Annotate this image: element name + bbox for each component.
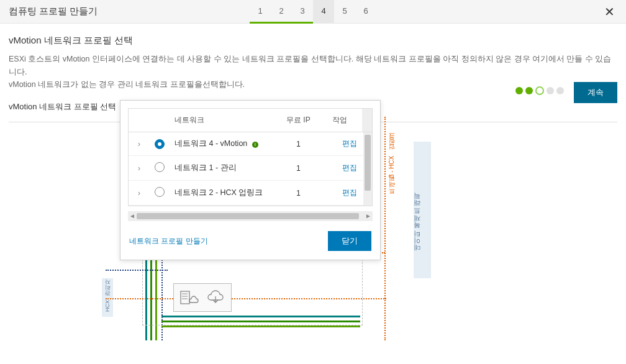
dot-current [535, 86, 544, 95]
table-body: › 네트워크 4 - vMotion i 1 편집 › 네트워크 1 - 관리 … [129, 132, 372, 206]
diagram-line [161, 316, 360, 317]
dropdown-footer: 네트워크 프로필 만들기 닫기 [120, 227, 380, 260]
server-cloud-icon [180, 289, 199, 306]
col-ip-header[interactable]: 무료 IP [281, 109, 327, 132]
row-radio[interactable] [155, 162, 165, 172]
dot-pending [556, 87, 564, 94]
col-action-header[interactable]: 작업 [327, 109, 362, 132]
dot-pending [547, 87, 554, 94]
step-3[interactable]: 3 [292, 0, 313, 24]
table-row: › 네트워크 1 - 관리 1 편집 [129, 156, 372, 181]
wizard-title: 컴퓨팅 프로필 만들기 [9, 6, 98, 17]
table-row: › 네트워크 4 - vMotion i 1 편집 [129, 132, 372, 156]
edit-link[interactable]: 편집 [342, 139, 357, 148]
step-1[interactable]: 1 [250, 0, 271, 24]
row-ip: 1 [291, 134, 337, 155]
dot-done [525, 87, 533, 94]
col-expand [129, 109, 150, 132]
row-radio[interactable] [155, 187, 165, 197]
close-dropdown-button[interactable]: 닫기 [328, 231, 371, 251]
svg-rect-0 [181, 291, 189, 304]
diagram-line [106, 270, 168, 271]
section-desc-line2: vMotion 네트워크가 없는 경우 관리 네트워크 프로필을선택합니다. [9, 80, 245, 89]
edit-link[interactable]: 편집 [342, 163, 357, 172]
scroll-thumb[interactable] [365, 135, 371, 191]
row-radio[interactable] [155, 139, 165, 149]
row-ip: 1 [291, 183, 337, 204]
row-name: 네트워크 1 - 관리 [170, 157, 291, 180]
progress-dots [515, 87, 564, 95]
scroll-right-icon[interactable]: ► [365, 212, 371, 219]
table-header: 네트워크 무료 IP 작업 [129, 109, 372, 132]
edit-link[interactable]: 편집 [342, 188, 357, 197]
cloud-icon [206, 289, 225, 306]
row-name: 네트워크 4 - vMotion i [170, 132, 291, 155]
diagram-label: 트래픽 3 - HCX 업링크 [388, 135, 396, 198]
col-name-header[interactable]: 네트워크 [170, 109, 281, 132]
expand-row-icon[interactable]: › [129, 158, 150, 179]
diagram-line [161, 321, 360, 322]
step-6[interactable]: 6 [355, 0, 376, 24]
scroll-thumb[interactable] [137, 213, 359, 219]
vertical-scrollbar[interactable] [363, 132, 372, 206]
create-profile-link[interactable]: 네트워크 프로필 만들기 [129, 236, 208, 247]
diagram-line [106, 298, 386, 299]
wizard-header: 컴퓨팅 프로필 만들기 1 2 3 4 5 6 ✕ [0, 0, 626, 24]
step-indicator: 1 2 3 4 5 6 [250, 0, 376, 24]
section-desc-line1: ESXi 호스트의 vMotion 인터페이스에 연결하는 데 사용할 수 있는… [9, 55, 611, 76]
info-icon[interactable]: i [252, 142, 258, 148]
diagram-label: HCX관리자 [104, 283, 112, 312]
diagram-line [161, 325, 360, 327]
table-row: › 네트워크 2 - HCX 업링크 1 편집 [129, 181, 372, 206]
diagram-label-box: HCX관리자 [102, 278, 113, 317]
network-table: 네트워크 무료 IP 작업 › 네트워크 4 - vMotion i 1 편집 … [128, 108, 373, 206]
diagram-label: 데이터 복제 트래픽 [412, 198, 422, 256]
dot-done [515, 87, 523, 94]
diagram-node [173, 283, 232, 312]
row-ip: 1 [291, 158, 337, 179]
scroll-left-icon[interactable]: ◄ [129, 212, 135, 219]
step-2[interactable]: 2 [271, 0, 292, 24]
close-icon[interactable]: ✕ [602, 2, 617, 22]
network-profile-dropdown: 네트워크 무료 IP 작업 › 네트워크 4 - vMotion i 1 편집 … [120, 100, 381, 260]
col-select [150, 109, 170, 132]
section-title: vMotion 네트워크 프로필 선택 [9, 35, 617, 47]
row-name-text: 네트워크 4 - vMotion [175, 139, 247, 148]
row-name: 네트워크 2 - HCX 업링크 [170, 181, 291, 204]
section-desc: ESXi 호스트의 vMotion 인터페이스에 연결하는 데 사용할 수 있는… [9, 53, 617, 91]
diagram-line [384, 117, 386, 340]
expand-row-icon[interactable]: › [129, 183, 150, 204]
horizontal-scrollbar[interactable]: ◄ ► [128, 211, 373, 221]
expand-row-icon[interactable]: › [129, 134, 150, 155]
selector-label: vMotion 네트워크 프로필 선택 [9, 101, 116, 112]
continue-button[interactable]: 계속 [574, 82, 617, 103]
scrollbar-track [362, 109, 372, 132]
step-5[interactable]: 5 [334, 0, 355, 24]
step-4[interactable]: 4 [313, 0, 334, 24]
